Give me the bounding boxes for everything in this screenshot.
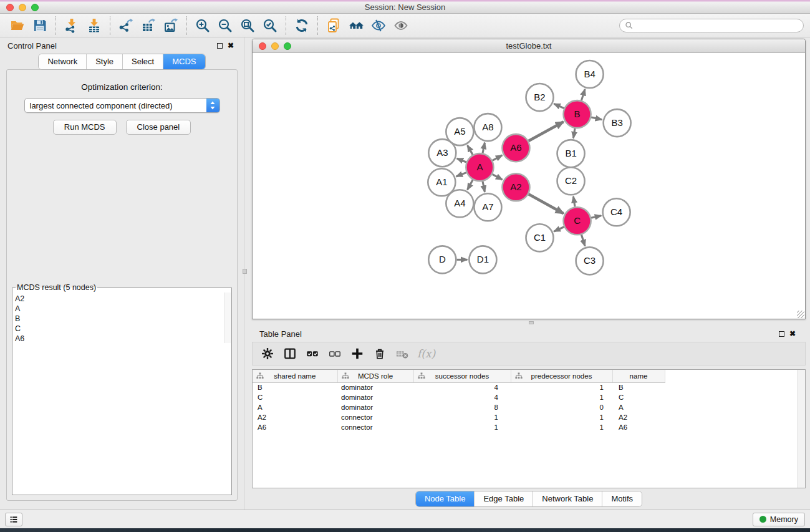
table-scrollbar[interactable]: [798, 370, 805, 488]
table-cell[interactable]: 4: [413, 392, 511, 402]
table-cell[interactable]: A: [253, 402, 337, 412]
table-cell[interactable]: 1: [413, 422, 511, 432]
graph-edge-C-C4[interactable]: [591, 216, 601, 218]
graph-node-B3[interactable]: B3: [604, 109, 631, 137]
graph-node-B1[interactable]: B1: [557, 140, 585, 167]
table-cell[interactable]: dominator: [337, 402, 413, 412]
optimization-criterion-dropdown[interactable]: largest connected component (directed): [24, 98, 220, 113]
refresh-button[interactable]: [291, 16, 313, 36]
table-row[interactable]: A6connector11A6: [253, 422, 665, 432]
graph-edge-A-A8[interactable]: [483, 143, 485, 153]
graph-node-C4[interactable]: C4: [603, 198, 630, 226]
graph-node-A7[interactable]: A7: [474, 193, 501, 221]
graph-node-A5[interactable]: A5: [446, 118, 473, 145]
column-header-shared-name[interactable]: shared name: [253, 370, 337, 382]
zoom-fit-button[interactable]: [236, 16, 259, 36]
column-header-name[interactable]: name: [612, 370, 665, 382]
graph-node-D[interactable]: D: [428, 246, 456, 273]
graph-node-A8[interactable]: A8: [474, 114, 501, 141]
export-network-button[interactable]: [115, 16, 137, 36]
graph-node-D1[interactable]: D1: [469, 246, 496, 273]
toggle-graphics-details-button[interactable]: [367, 16, 390, 36]
table-cell[interactable]: C: [253, 392, 337, 402]
graph-edge-A-A6[interactable]: [493, 155, 503, 160]
graph-edge-C-C1[interactable]: [554, 227, 564, 231]
tab-network-table[interactable]: Network Table: [533, 491, 602, 506]
delete-row-button[interactable]: [370, 344, 390, 364]
graph-node-A[interactable]: A: [466, 153, 493, 181]
table-cell[interactable]: dominator: [337, 382, 413, 392]
graph-node-C2[interactable]: C2: [557, 167, 585, 195]
network-minimize-button[interactable]: [271, 42, 279, 50]
mcds-result-item[interactable]: A2: [15, 294, 223, 304]
table-cell[interactable]: 4: [413, 382, 511, 392]
graph-edge-A-A2[interactable]: [493, 174, 503, 180]
graph-node-C[interactable]: C: [564, 207, 591, 235]
network-zoom-button[interactable]: [284, 42, 291, 50]
graph-node-A2[interactable]: A2: [502, 173, 529, 201]
table-float-button[interactable]: [776, 329, 787, 339]
table-close-button[interactable]: ✖: [787, 329, 798, 339]
select-all-checkboxes-button[interactable]: [302, 344, 322, 364]
table-cell[interactable]: 8: [413, 402, 511, 412]
table-cell[interactable]: A2: [253, 412, 337, 422]
graph-node-B2[interactable]: B2: [526, 84, 553, 111]
column-header-mcds-role[interactable]: MCDS role: [337, 370, 413, 382]
table-cell[interactable]: 0: [511, 402, 612, 412]
home-button[interactable]: [345, 16, 367, 36]
table-row[interactable]: Cdominator41C: [253, 392, 665, 402]
tab-edge-table[interactable]: Edge Table: [475, 491, 533, 506]
graph-node-A6[interactable]: A6: [502, 134, 529, 162]
graph-node-A4[interactable]: A4: [446, 190, 473, 217]
memory-button[interactable]: Memory: [753, 513, 805, 526]
graph-edge-A2-C[interactable]: [529, 194, 564, 213]
tab-style[interactable]: Style: [87, 54, 123, 69]
graph-edge-A-A5[interactable]: [468, 145, 473, 155]
graph-edge-C-C3[interactable]: [581, 235, 585, 246]
graph-edge-B-B3[interactable]: [591, 117, 602, 120]
table-cell[interactable]: 1: [511, 392, 612, 402]
import-table-button[interactable]: [83, 16, 105, 36]
mcds-result-item[interactable]: A: [15, 304, 223, 314]
close-window-button[interactable]: [6, 4, 14, 11]
table-cell[interactable]: connector: [337, 422, 413, 432]
table-cell[interactable]: B: [612, 382, 665, 392]
run-mcds-button[interactable]: Run MCDS: [53, 120, 117, 135]
close-panel-action-button[interactable]: Close panel: [126, 120, 191, 135]
delete-table-button[interactable]: [392, 344, 412, 364]
window-titlebar[interactable]: Session: New Session: [0, 0, 810, 14]
graph-edge-C-C2[interactable]: [573, 196, 575, 207]
table-row[interactable]: A2connector11A2: [253, 412, 665, 422]
table-cell[interactable]: B: [253, 382, 337, 392]
export-table-button[interactable]: [137, 16, 160, 36]
gear-button[interactable]: [258, 344, 277, 364]
vertical-splitter-handle[interactable]: [243, 269, 247, 274]
graph-edge-A-A3[interactable]: [457, 158, 466, 162]
column-header-predecessor-nodes[interactable]: predecessor nodes: [511, 370, 612, 382]
graph-node-B4[interactable]: B4: [576, 60, 604, 88]
table-cell[interactable]: connector: [337, 412, 413, 422]
graph-node-C3[interactable]: C3: [576, 247, 604, 274]
table-cell[interactable]: 1: [413, 412, 511, 422]
table-cell[interactable]: A2: [612, 412, 665, 422]
table-cell[interactable]: C: [612, 392, 665, 402]
table-cell[interactable]: A: [612, 402, 665, 412]
horizontal-splitter[interactable]: [252, 319, 806, 326]
graph-edge-A-A1[interactable]: [456, 173, 466, 177]
function-fx-button[interactable]: f(x): [415, 344, 435, 364]
deselect-all-checkboxes-button[interactable]: [325, 344, 345, 364]
network-canvas[interactable]: AA1A2A3A4A5A6A7A8BB1B2B3B4CC1C2C3C4DD1: [253, 53, 805, 319]
zoom-out-button[interactable]: [214, 16, 236, 36]
tab-motifs[interactable]: Motifs: [602, 491, 642, 506]
session-documents-button[interactable]: [322, 16, 345, 36]
table-cell[interactable]: 1: [511, 382, 612, 392]
table-cell[interactable]: 1: [511, 412, 612, 422]
tab-select[interactable]: Select: [123, 54, 163, 69]
table-cell[interactable]: dominator: [337, 392, 413, 402]
graph-edge-A6-B[interactable]: [529, 122, 564, 141]
tab-network[interactable]: Network: [39, 54, 87, 69]
graph-edge-B-B4[interactable]: [581, 89, 585, 100]
save-session-button[interactable]: [29, 16, 51, 36]
export-image-button[interactable]: [160, 16, 182, 36]
table-cell[interactable]: A6: [612, 422, 665, 432]
